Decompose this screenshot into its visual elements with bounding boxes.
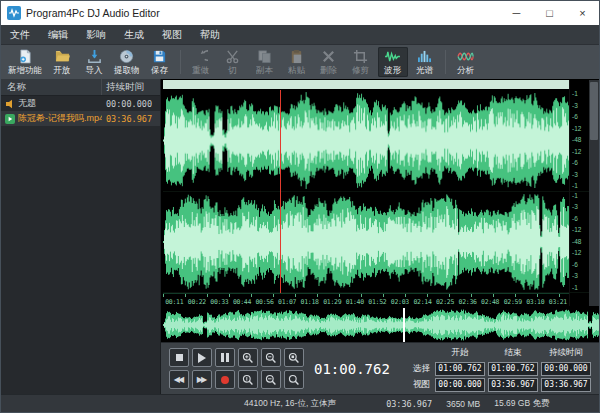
waveform-icon [384,49,401,64]
zoom-full-button[interactable] [284,370,304,389]
menu-effects[interactable]: 影响 [77,25,115,44]
menu-help[interactable]: 帮助 [191,25,229,44]
import-button[interactable]: 导入 [79,47,109,77]
stop-icon [176,354,183,361]
db-label: -1 [570,91,589,98]
db-label: -6 [570,216,589,223]
overview-minimap[interactable] [163,308,599,342]
record-button[interactable] [215,370,235,389]
toolbar-button-label: 副本 [256,66,273,75]
db-label: -1 [570,285,589,292]
close-button[interactable]: × [566,1,599,25]
delete-button[interactable]: 删除 [314,47,344,77]
time-tick: 00:22 [186,298,209,306]
zoom-out-button[interactable] [261,348,281,367]
file-name: 无题 [18,97,102,110]
db-label: -3 [570,204,589,211]
column-header-name[interactable]: 名称 [1,79,102,95]
waveform-area: 00:1100:2200:3300:4400:5601:0701:1801:29… [161,79,599,342]
time-tick: 00:56 [253,298,276,306]
toolbar-separator [180,50,181,74]
save-button[interactable]: 保存 [145,47,175,77]
db-label: -12 [570,227,589,234]
playhead-cursor[interactable] [280,90,281,293]
status-file-size: 3650 MB [446,399,480,409]
playback-time-display: 01:00.762 [314,361,390,377]
time-tick: 03:10 [524,298,547,306]
maximize-button[interactable]: □ [533,1,566,25]
view-duration-field[interactable]: 03:36.967 [541,378,591,392]
menubar: 文件 编辑 影响 生成 视图 帮助 [1,25,599,45]
toolbar-button-label: 开放 [54,66,71,75]
scrollbar-thumb[interactable] [590,82,598,140]
app-window: Program4Pc DJ Audio Editor ─ □ × 文件 编辑 影… [0,0,600,413]
open-folder-icon [55,49,70,64]
rewind-button[interactable]: ◀◀ [169,370,189,389]
fast-forward-button[interactable]: ▶▶ [192,370,212,389]
zoom-in-button[interactable] [238,348,258,367]
status-total-duration: 03:36.967 [386,399,432,409]
menu-view[interactable]: 视图 [153,25,191,44]
file-name: 陈冠希-记得我吗.mp4 [18,112,102,125]
time-tick: 02:14 [411,298,434,306]
toolbar: 新增功能 开放 导入 提取物 保存 重做 切 副本 [1,45,599,79]
zoom-vertical-out-button[interactable] [261,370,281,389]
selection-bar[interactable] [163,80,569,89]
time-ruler[interactable]: 00:1100:2200:3300:4400:5601:0701:1801:29… [163,293,569,306]
zoom-selection-button[interactable] [284,348,304,367]
titlebar: Program4Pc DJ Audio Editor ─ □ × [1,1,599,25]
menu-generate[interactable]: 生成 [115,25,153,44]
waveform-view-button[interactable]: 波形 [378,47,408,77]
stop-button[interactable] [169,348,189,367]
redo-button[interactable]: 重做 [186,47,216,77]
spectrum-icon [417,49,432,64]
selection-start-field[interactable]: 01:00.762 [435,362,485,376]
file-row-selected[interactable]: 陈冠希-记得我吗.mp4 03:36.967 [1,111,160,126]
file-duration: 03:36.967 [102,114,160,124]
minimap-cursor[interactable] [403,308,405,342]
waveform-channel-left[interactable] [163,90,569,192]
window-title: Program4Pc DJ Audio Editor [26,7,160,19]
menu-edit[interactable]: 编辑 [39,25,77,44]
fast-forward-icon: ▶▶ [197,375,207,384]
view-end-field[interactable]: 03:36.967 [488,378,538,392]
file-duration: 00:00.000 [102,99,160,109]
db-label: -6 [570,262,589,269]
copy-button[interactable]: 副本 [250,47,280,77]
vertical-scrollbar[interactable] [589,80,599,306]
new-features-button[interactable]: 新增功能 [5,47,45,77]
extract-button[interactable]: 提取物 [111,47,143,77]
trim-button[interactable]: 修剪 [346,47,376,77]
header-end: 结束 [488,347,538,359]
waveform-channel-right[interactable] [163,192,569,294]
import-icon [87,49,102,64]
toolbar-button-label: 切 [228,66,237,75]
zoom-vertical-in-button[interactable] [238,370,258,389]
minimize-button[interactable]: ─ [500,1,533,25]
ruler-tick-marks [163,294,569,297]
file-list-header: 名称 持续时间 [1,79,160,96]
pause-button[interactable] [215,348,235,367]
play-button[interactable] [192,348,212,367]
toolbar-button-label: 光谱 [416,66,433,75]
toolbar-button-label: 提取物 [114,66,140,75]
media-file-icon [5,114,15,124]
db-label: -12 [570,149,589,156]
column-header-duration[interactable]: 持续时间 [102,81,160,94]
file-row-untitled[interactable]: 无题 00:00.000 [1,96,160,111]
view-start-field[interactable]: 00:00.000 [435,378,485,392]
app-icon [7,6,21,20]
paste-button[interactable]: 粘贴 [282,47,312,77]
selection-end-field[interactable]: 01:00.762 [488,362,538,376]
db-label: -48 [570,137,589,144]
record-icon [221,376,229,384]
waveform-plot[interactable]: 00:1100:2200:3300:4400:5601:0701:1801:29… [163,80,569,306]
spectrum-view-button[interactable]: 光谱 [410,47,440,77]
copy-icon [257,49,272,64]
cut-button[interactable]: 切 [218,47,248,77]
menu-file[interactable]: 文件 [1,25,39,44]
open-button[interactable]: 开放 [47,47,77,77]
db-scale: -1-3-6-12-48-12-6-3-1 -1-3-6-12-48-12-6-… [569,80,589,306]
selection-duration-field[interactable]: 00:00.000 [541,362,591,376]
analyze-button[interactable]: 分析 [451,47,481,77]
